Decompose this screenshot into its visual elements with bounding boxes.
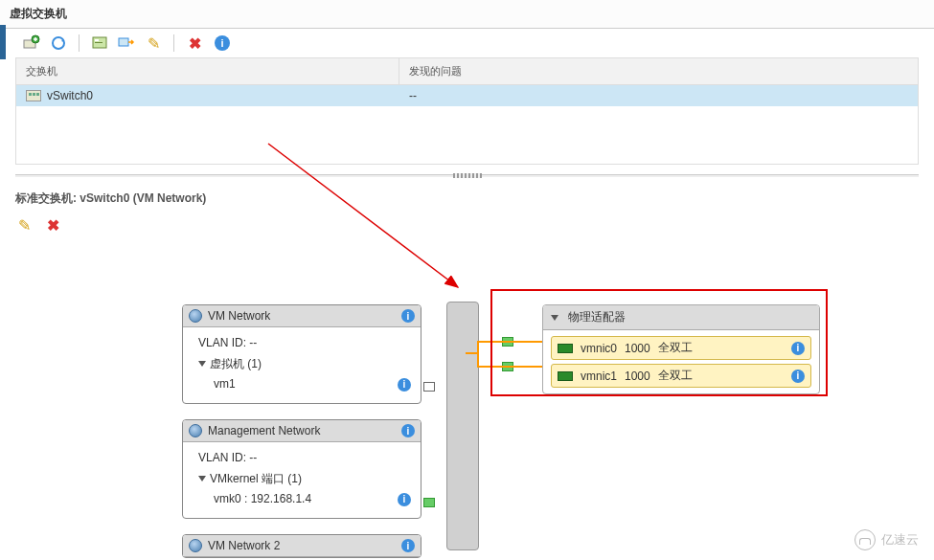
expand-icon[interactable] [551, 315, 558, 321]
vlan-label: VLAN ID: -- [198, 333, 411, 354]
accent-bar [0, 25, 6, 59]
nic-icon [558, 344, 573, 353]
portgroup-icon [189, 424, 202, 437]
vlan-label: VLAN ID: -- [198, 448, 411, 469]
svg-rect-4 [95, 39, 99, 41]
table-empty-area [16, 106, 918, 164]
info-icon[interactable]: i [791, 370, 805, 383]
connection-line [479, 366, 542, 368]
nic-speed: 1000 [625, 342, 650, 355]
vmk-item[interactable]: vmk0 : 192.168.1.4 i [198, 489, 411, 510]
nic-duplex: 全双工 [658, 368, 693, 384]
expand-icon [198, 361, 206, 367]
portgroup-card[interactable]: Management Network i VLAN ID: -- VMkerne… [182, 419, 421, 519]
toolbar-separator [173, 34, 174, 52]
vswitch-trunk [446, 302, 479, 550]
portgroup-card[interactable]: VM Network 2 i [182, 534, 421, 558]
topology-diagram: VM Network i VLAN ID: -- 虚拟机 (1) vm1 i M… [0, 278, 934, 555]
vswitch-icon [26, 90, 41, 101]
edit-icon[interactable]: ✎ [15, 216, 33, 234]
port-connector [423, 498, 435, 507]
splitter[interactable] [15, 174, 919, 177]
delete-icon[interactable]: ✖ [44, 216, 61, 234]
portgroup-icon [189, 539, 202, 552]
nic-icon [558, 371, 573, 381]
svg-rect-6 [119, 38, 128, 46]
properties-icon[interactable] [91, 34, 108, 52]
info-icon[interactable]: i [401, 424, 415, 437]
adapter-title: 物理适配器 [568, 309, 626, 325]
info-icon[interactable]: i [398, 378, 411, 392]
migrate-icon[interactable] [118, 34, 135, 52]
info-toolbar-icon[interactable]: i [213, 34, 230, 52]
portgroup-name: VM Network 2 [208, 539, 280, 552]
edit-icon[interactable]: ✎ [145, 34, 162, 52]
portgroup-name: Management Network [208, 424, 320, 437]
vswitch-table: 交换机 发现的问题 vSwitch0 -- [15, 57, 919, 165]
detail-title: 标准交换机: vSwitch0 (VM Network) [0, 177, 934, 213]
portgroup-icon [189, 309, 202, 323]
child-group-label[interactable]: 虚拟机 (1) [198, 354, 411, 375]
nic-row[interactable]: vmnic1 1000 全双工 i [551, 364, 811, 388]
expand-icon [198, 476, 206, 482]
watermark: 亿速云 [854, 529, 919, 550]
connection-line [477, 341, 479, 368]
switch-name-cell: vSwitch0 [47, 89, 93, 102]
nic-speed: 1000 [625, 370, 650, 383]
svg-rect-5 [95, 42, 103, 43]
connection-line [466, 352, 479, 354]
info-icon[interactable]: i [401, 539, 415, 552]
portgroup-name: VM Network [208, 309, 270, 323]
info-icon[interactable]: i [398, 493, 411, 506]
physical-adapter-panel: 物理适配器 vmnic0 1000 全双工 i vmnic1 1000 全双工 … [542, 304, 820, 394]
port-connector [423, 382, 435, 392]
refresh-icon[interactable] [50, 34, 67, 52]
nic-duplex: 全双工 [658, 340, 693, 356]
delete-icon[interactable]: ✖ [186, 34, 203, 52]
portgroup-card[interactable]: VM Network i VLAN ID: -- 虚拟机 (1) vm1 i [182, 304, 421, 404]
svg-point-2 [53, 37, 64, 49]
info-icon[interactable]: i [791, 342, 805, 355]
child-group-label[interactable]: VMkernel 端口 (1) [198, 469, 411, 490]
info-icon[interactable]: i [401, 309, 415, 323]
col-issues: 发现的问题 [399, 58, 918, 84]
toolbar-separator [79, 34, 80, 52]
nic-name: vmnic0 [581, 342, 617, 355]
issues-cell: -- [399, 85, 918, 106]
section-title: 虚拟交换机 [0, 0, 934, 29]
nic-row[interactable]: vmnic0 1000 全双工 i [551, 336, 811, 360]
vswitch-toolbar: ✎ ✖ i [0, 29, 934, 57]
table-header: 交换机 发现的问题 [16, 58, 918, 85]
table-row[interactable]: vSwitch0 -- [16, 85, 918, 106]
col-switch: 交换机 [16, 58, 399, 84]
nic-name: vmnic1 [581, 370, 617, 383]
vm-item[interactable]: vm1 i [198, 374, 411, 395]
connection-line [479, 341, 542, 343]
detail-toolbar: ✎ ✖ [0, 213, 934, 243]
add-switch-icon[interactable] [23, 34, 40, 52]
